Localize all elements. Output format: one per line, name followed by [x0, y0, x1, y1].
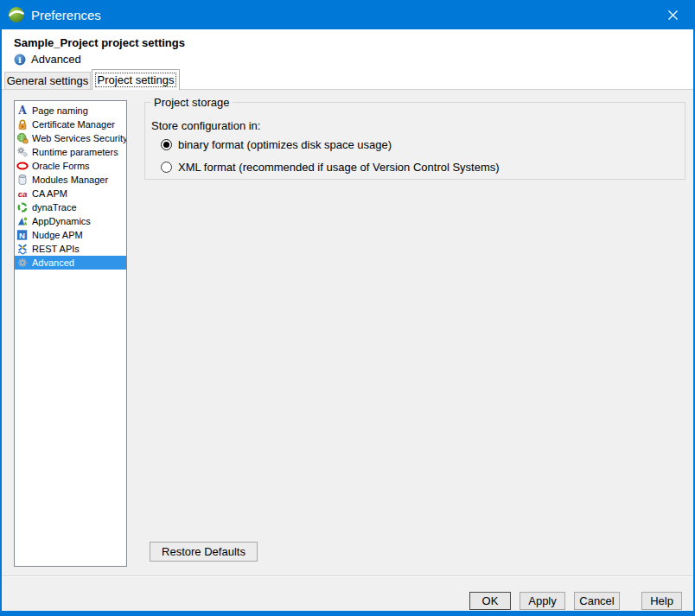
window-bottom-border	[2, 611, 693, 616]
list-item-runtime-parameters[interactable]: Runtime parameters	[15, 145, 126, 159]
page-title: Sample_Project project settings	[14, 36, 185, 49]
category-listbox: A Page naming Certificate Manager	[14, 100, 127, 567]
list-item-label: Oracle Forms	[32, 161, 90, 171]
list-item-oracle-forms[interactable]: Oracle Forms	[15, 159, 126, 173]
window-title: Preferences	[31, 8, 101, 22]
list-item-page-naming[interactable]: A Page naming	[15, 104, 126, 117]
list-item-label: Runtime parameters	[32, 147, 118, 157]
dialog-button-bar: OK Apply Cancel Help	[2, 577, 693, 611]
header-subtitle-row: i Advanced	[14, 53, 81, 66]
project-settings-pane: A Page naming Certificate Manager	[2, 89, 693, 575]
close-button[interactable]	[654, 0, 692, 29]
radio-xml-label[interactable]: XML format (recommended if usage of Vers…	[178, 161, 500, 174]
close-icon	[667, 10, 679, 21]
list-item-web-services-security[interactable]: Web Services Security	[15, 131, 126, 145]
cancel-button[interactable]: Cancel	[574, 592, 620, 610]
list-item-label: dynaTrace	[32, 202, 77, 213]
group-title: Project storage	[150, 96, 233, 109]
radio-xml-format[interactable]: XML format (recommended if usage of Vers…	[161, 161, 500, 174]
list-item-nudge-apm[interactable]: N Nudge APM	[15, 228, 126, 242]
n-badge-icon: N	[16, 229, 29, 241]
globe-lock-icon	[16, 132, 29, 144]
star-wave-icon	[16, 243, 29, 255]
radio-binary-label[interactable]: binary format (optimizes disk space usag…	[178, 138, 392, 151]
list-item-modules-manager[interactable]: Modules Manager	[15, 173, 126, 187]
gear-icon	[16, 257, 29, 269]
svg-text:N: N	[19, 231, 25, 240]
gears-icon	[16, 146, 29, 158]
radio-binary-format[interactable]: binary format (optimizes disk space usag…	[161, 138, 392, 151]
list-item-label: REST APIs	[32, 244, 80, 254]
list-item-label: Nudge APM	[32, 230, 83, 240]
swirl-icon	[16, 201, 29, 213]
appdynamics-icon	[16, 215, 29, 227]
list-item-label: AppDynamics	[32, 216, 91, 226]
help-button[interactable]: Help	[641, 592, 682, 610]
ca-logo-icon: ca	[16, 187, 29, 200]
radio-unselected-icon[interactable]	[161, 162, 172, 173]
tab-project-settings-label: Project settings	[98, 73, 175, 86]
list-item-label: Advanced	[32, 257, 74, 268]
selected-category-label: Advanced	[31, 53, 81, 66]
list-item-rest-apis[interactable]: REST APIs	[15, 242, 126, 256]
padlock-icon	[16, 118, 29, 130]
letter-a-icon: A	[16, 105, 29, 117]
app-logo-icon	[8, 6, 25, 23]
restore-defaults-button[interactable]: Restore Defaults	[150, 542, 258, 562]
tab-strip: General settings Project settings	[2, 69, 693, 89]
cylinder-icon	[16, 174, 29, 186]
tab-general-settings[interactable]: General settings	[4, 72, 91, 89]
tab-general-settings-label: General settings	[7, 74, 89, 87]
tab-project-settings[interactable]: Project settings	[92, 69, 180, 90]
svg-text:i: i	[18, 54, 22, 64]
list-item-label: Web Services Security	[32, 133, 127, 143]
list-item-label: Certificate Manager	[32, 119, 115, 130]
title-bar: Preferences	[2, 0, 693, 29]
svg-text:ca: ca	[18, 189, 28, 199]
apply-button[interactable]: Apply	[520, 592, 565, 610]
radio-selected-icon[interactable]	[161, 139, 172, 150]
list-item-label: Modules Manager	[32, 175, 108, 185]
oracle-ring-icon	[16, 160, 29, 172]
svg-text:A: A	[17, 105, 27, 117]
info-icon: i	[14, 54, 26, 66]
project-storage-group: Project storage Store configuration in: …	[144, 102, 685, 180]
list-item-label: Page naming	[32, 105, 88, 116]
list-item-dynatrace[interactable]: dynaTrace	[15, 200, 126, 214]
store-configuration-label: Store configuration in:	[151, 119, 260, 132]
list-item-certificate-manager[interactable]: Certificate Manager	[15, 117, 126, 131]
list-item-label: CA APM	[32, 188, 67, 199]
list-item-ca-apm[interactable]: ca CA APM	[15, 187, 126, 200]
ok-button[interactable]: OK	[469, 592, 511, 610]
list-item-appdynamics[interactable]: AppDynamics	[15, 214, 126, 228]
list-item-advanced[interactable]: Advanced	[15, 256, 126, 270]
preferences-dialog: Preferences Sample_Project project setti…	[0, 0, 695, 616]
header-panel: Sample_Project project settings i Advanc…	[2, 29, 693, 69]
